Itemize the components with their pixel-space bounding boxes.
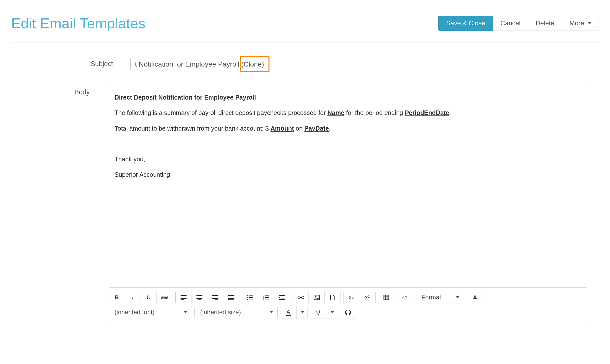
align-center-button[interactable] <box>191 291 207 304</box>
clear-format-icon <box>472 295 478 300</box>
subscript-button[interactable]: x₂ <box>343 291 359 304</box>
chevron-down-icon <box>184 311 187 313</box>
insert-link-button[interactable] <box>293 291 309 304</box>
chevron-down-icon <box>588 22 591 24</box>
align-right-icon <box>212 295 218 300</box>
strike-button[interactable]: abc <box>157 291 173 304</box>
svg-marker-32 <box>279 297 280 298</box>
highlight-icon <box>316 310 320 315</box>
body-heading: Direct Deposit Notification for Employee… <box>114 94 256 101</box>
insert-table-button[interactable]: + <box>378 291 394 304</box>
cancel-button[interactable]: Cancel <box>493 16 528 31</box>
chevron-down-icon <box>331 311 334 313</box>
body-line2-mid: on <box>294 125 305 132</box>
body-line1-mid: for the period ending <box>344 109 405 116</box>
rich-text-editor: Direct Deposit Notification for Employee… <box>107 86 589 321</box>
var-name[interactable]: Name <box>327 109 344 116</box>
subscript-icon: x₂ <box>349 294 354 301</box>
svg-rect-47 <box>346 313 349 315</box>
align-right-button[interactable] <box>207 291 223 304</box>
body-line1-post: : <box>449 109 451 116</box>
bold-icon: B <box>115 294 119 301</box>
bullet-list-button[interactable] <box>242 291 258 304</box>
superscript-button[interactable]: x² <box>359 291 375 304</box>
code-view-button[interactable]: </> <box>397 291 413 304</box>
font-size-label: (inherited size) <box>200 309 241 316</box>
chevron-down-icon <box>456 296 459 298</box>
print-button[interactable] <box>340 306 356 319</box>
body-line1-pre: The following is a summary of payroll di… <box>114 109 327 116</box>
var-pay-date[interactable]: PayDate <box>304 125 329 132</box>
highlight-button[interactable] <box>310 306 326 319</box>
body-line2-pre: Total amount to be withdrawn from your b… <box>114 125 270 132</box>
font-color-dropdown[interactable] <box>296 306 307 319</box>
image-icon <box>314 295 320 300</box>
delete-button[interactable]: Delete <box>528 16 562 31</box>
underline-icon: U <box>147 294 151 301</box>
italic-button[interactable]: I <box>125 291 141 304</box>
strike-icon: abc <box>161 295 168 300</box>
font-color-icon: A <box>286 309 290 315</box>
svg-point-35 <box>315 296 316 297</box>
underline-button[interactable]: U <box>141 291 157 304</box>
ordered-list-icon: 123 <box>263 295 269 300</box>
body-label: Body <box>66 86 90 96</box>
font-color-button[interactable]: A <box>280 306 296 319</box>
more-button[interactable]: More <box>562 16 599 31</box>
body-signature: Superior Accounting <box>114 170 581 179</box>
chevron-down-icon <box>269 311 273 313</box>
table-icon: + <box>383 295 389 300</box>
ordered-list-button[interactable]: 123 <box>258 291 274 304</box>
font-family-label: (inherited font) <box>114 309 154 316</box>
align-left-button[interactable] <box>176 291 191 304</box>
subject-label: Subject <box>66 58 113 68</box>
superscript-icon: x² <box>365 294 370 301</box>
svg-point-16 <box>247 295 248 296</box>
svg-text:3: 3 <box>263 298 264 300</box>
editor-content[interactable]: Direct Deposit Notification for Employee… <box>109 88 587 288</box>
align-justify-icon <box>228 295 234 300</box>
italic-icon: I <box>132 294 134 301</box>
var-period-end-date[interactable]: PeriodEndDate <box>405 109 449 116</box>
align-left-icon <box>181 295 187 300</box>
svg-point-17 <box>247 297 248 298</box>
clear-formatting-button[interactable] <box>467 291 483 304</box>
save-close-button[interactable]: Save & Close <box>438 16 493 31</box>
more-label: More <box>570 19 584 27</box>
align-center-icon <box>196 295 202 300</box>
var-amount[interactable]: Amount <box>270 125 294 132</box>
format-select[interactable]: Format <box>416 291 464 303</box>
indent-button[interactable] <box>274 291 290 304</box>
chevron-down-icon <box>301 311 304 313</box>
font-size-select[interactable]: (inherited size) <box>194 306 278 318</box>
code-icon: </> <box>402 295 408 300</box>
subject-input[interactable] <box>130 58 268 71</box>
editor-toolbar: B I U abc <box>107 289 589 305</box>
print-icon <box>345 310 351 315</box>
font-family-select[interactable]: (inherited font) <box>109 306 192 318</box>
svg-text:+: + <box>333 297 335 300</box>
bold-button[interactable]: B <box>109 291 125 304</box>
svg-text:+: + <box>387 298 389 300</box>
insert-file-button[interactable]: + <box>325 291 341 304</box>
body-thank-you: Thank you, <box>114 155 581 164</box>
body-line2-post: . <box>329 125 331 132</box>
highlight-dropdown[interactable] <box>326 306 337 319</box>
page-title: Edit Email Templates <box>11 15 146 32</box>
align-justify-button[interactable] <box>223 291 239 304</box>
insert-image-button[interactable] <box>309 291 325 304</box>
bullet-list-icon <box>247 295 253 300</box>
svg-point-18 <box>247 299 248 300</box>
format-label: Format <box>421 294 441 301</box>
file-add-icon: + <box>330 295 335 300</box>
link-icon <box>298 296 304 299</box>
action-button-group: Save & Close Cancel Delete More <box>439 16 599 31</box>
indent-icon <box>279 295 285 300</box>
